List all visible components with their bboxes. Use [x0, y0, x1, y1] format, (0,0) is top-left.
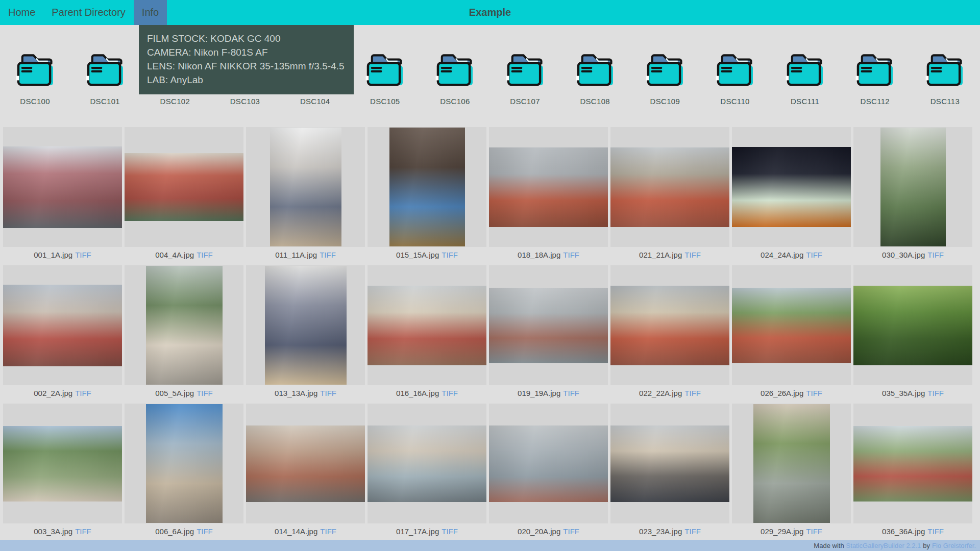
photo-filename: 018_18A.jpg [518, 251, 560, 259]
photo-cell [125, 265, 243, 385]
photo-column: 018_18A.jpg TIFF [489, 127, 608, 262]
footer-bar: Made with StaticGalleryBuilder 2.2.1 by … [0, 540, 980, 551]
photo-column: 017_17A.jpg TIFF [368, 404, 486, 539]
photo-caption: 021_21A.jpg TIFF [610, 247, 729, 262]
photo-column: 023_23A.jpg TIFF [610, 404, 729, 539]
photo-thumbnail[interactable] [389, 128, 465, 246]
folder-label: DSC101 [90, 97, 120, 106]
folder-item-dsc113[interactable]: DSC113 [910, 53, 980, 106]
gallery-row: 002_2A.jpg TIFF 005_5A.jpg TIFF 013_13A.… [3, 265, 977, 400]
photo-thumbnail[interactable] [3, 426, 122, 502]
photo-cell [246, 404, 365, 523]
photo-thumbnail[interactable] [610, 147, 729, 227]
folder-label: DSC110 [720, 97, 749, 106]
photo-thumbnail[interactable] [853, 426, 972, 502]
folder-icon [364, 53, 406, 87]
builder-link[interactable]: StaticGalleryBuilder 2.2.1 [846, 542, 921, 549]
photo-thumbnail[interactable] [732, 147, 851, 227]
photo-cell [489, 265, 608, 385]
tiff-link[interactable]: TIFF [320, 527, 336, 536]
photo-filename: 024_24A.jpg [761, 251, 803, 259]
photo-thumbnail[interactable] [732, 288, 851, 363]
photo-thumbnail[interactable] [146, 404, 223, 523]
photo-thumbnail[interactable] [246, 425, 365, 502]
tiff-link[interactable]: TIFF [442, 389, 458, 397]
tiff-link[interactable]: TIFF [684, 389, 701, 397]
nav-item-home[interactable]: Home [0, 0, 43, 25]
photo-thumbnail[interactable] [880, 128, 946, 246]
nav-item-info[interactable]: Info [134, 0, 167, 25]
tiff-link[interactable]: TIFF [927, 527, 944, 536]
photo-column: 020_20A.jpg TIFF [489, 404, 608, 539]
photo-cell [368, 127, 486, 247]
photo-cell [368, 404, 486, 523]
nav-item-parent-directory[interactable]: Parent Directory [43, 0, 134, 25]
photo-thumbnail[interactable] [368, 286, 486, 365]
folder-item-dsc101[interactable]: DSC101 [70, 53, 140, 106]
tiff-link[interactable]: TIFF [75, 527, 91, 536]
photo-thumbnail[interactable] [489, 288, 608, 363]
photo-filename: 022_22A.jpg [639, 389, 682, 397]
photo-filename: 001_1A.jpg [34, 251, 72, 259]
info-line: LENS: Nikon AF NIKKOR 35-135mm f/3.5-4.5 [147, 59, 345, 73]
photo-thumbnail[interactable] [489, 147, 608, 227]
tiff-link[interactable]: TIFF [806, 527, 822, 536]
tiff-link[interactable]: TIFF [320, 251, 336, 259]
tiff-link[interactable]: TIFF [197, 251, 213, 259]
tiff-link[interactable]: TIFF [197, 527, 213, 536]
folder-item-dsc110[interactable]: DSC110 [700, 53, 770, 106]
folder-label: DSC107 [510, 97, 540, 106]
photo-thumbnail[interactable] [610, 425, 729, 502]
tiff-link[interactable]: TIFF [75, 251, 91, 259]
photo-cell [610, 127, 729, 247]
photo-thumbnail[interactable] [3, 146, 122, 228]
photo-thumbnail[interactable] [3, 285, 122, 366]
tiff-link[interactable]: TIFF [197, 389, 213, 397]
tiff-link[interactable]: TIFF [75, 389, 91, 397]
footer-made-with-text: Made with [814, 542, 844, 549]
folder-item-dsc107[interactable]: DSC107 [490, 53, 560, 106]
photo-column: 014_14A.jpg TIFF [246, 404, 365, 539]
photo-thumbnail[interactable] [270, 128, 341, 246]
folder-label: DSC108 [580, 97, 610, 106]
tiff-link[interactable]: TIFF [563, 389, 579, 397]
photo-thumbnail[interactable] [368, 425, 486, 502]
photo-column: 030_30A.jpg TIFF [853, 127, 972, 262]
tiff-link[interactable]: TIFF [563, 527, 579, 536]
folder-item-dsc106[interactable]: DSC106 [420, 53, 490, 106]
photo-thumbnail[interactable] [610, 286, 729, 365]
photo-thumbnail[interactable] [753, 404, 830, 523]
photo-cell [368, 265, 486, 385]
photo-filename: 005_5A.jpg [155, 389, 194, 397]
folder-item-dsc111[interactable]: DSC111 [770, 53, 840, 106]
photo-cell [3, 404, 122, 523]
tiff-link[interactable]: TIFF [806, 251, 822, 259]
tiff-link[interactable]: TIFF [806, 389, 822, 397]
tiff-link[interactable]: TIFF [320, 389, 336, 397]
photo-column: 029_29A.jpg TIFF [732, 404, 851, 539]
photo-thumbnail[interactable] [853, 286, 972, 365]
folder-item-dsc112[interactable]: DSC112 [840, 53, 910, 106]
folder-item-dsc100[interactable]: DSC100 [0, 53, 70, 106]
tiff-link[interactable]: TIFF [927, 389, 944, 397]
photo-thumbnail[interactable] [146, 266, 223, 385]
tiff-link[interactable]: TIFF [442, 251, 458, 259]
tiff-link[interactable]: TIFF [684, 251, 701, 259]
author-link[interactable]: Flo Greistorfer. [932, 542, 976, 549]
photo-thumbnail[interactable] [489, 425, 608, 502]
folder-icon [784, 53, 826, 87]
photo-caption: 030_30A.jpg TIFF [853, 247, 972, 262]
tiff-link[interactable]: TIFF [563, 251, 579, 259]
photo-caption: 022_22A.jpg TIFF [610, 385, 729, 400]
photo-filename: 035_35A.jpg [882, 389, 925, 397]
photo-thumbnail[interactable] [265, 266, 347, 385]
tiff-link[interactable]: TIFF [927, 251, 944, 259]
tiff-link[interactable]: TIFF [684, 527, 701, 536]
photo-thumbnail[interactable] [125, 153, 243, 221]
folder-item-dsc105[interactable]: DSC105 [350, 53, 420, 106]
tiff-link[interactable]: TIFF [442, 527, 458, 536]
photo-caption: 023_23A.jpg TIFF [610, 523, 729, 539]
folder-item-dsc108[interactable]: DSC108 [560, 53, 630, 106]
folder-item-dsc109[interactable]: DSC109 [630, 53, 700, 106]
folder-icon [14, 53, 56, 87]
